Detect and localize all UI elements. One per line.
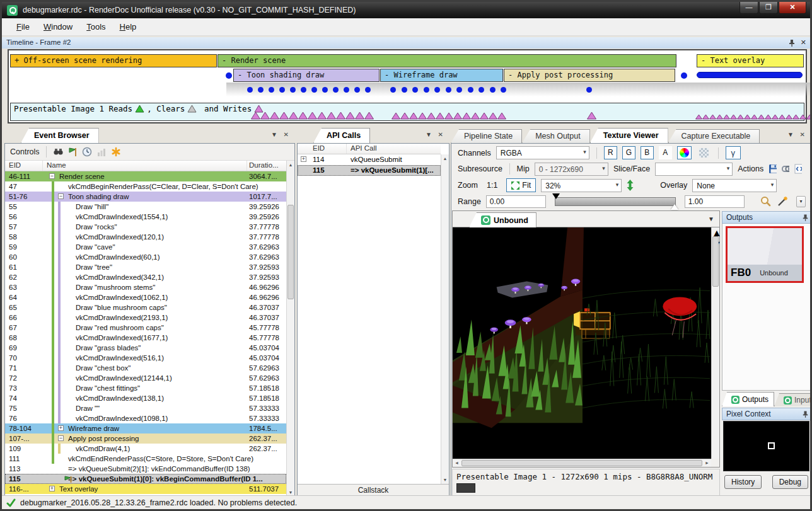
event-browser-close-icon[interactable]: ✕ [284,131,289,138]
timeline-draw-dot[interactable] [468,87,473,93]
event-row[interactable]: 47vkCmdBeginRenderPass(C=Clear, D=Clear,… [5,181,286,192]
col-api-call[interactable]: API Call [347,144,441,154]
timeline-draw-dot[interactable] [478,87,484,93]
api-calls-menu-icon[interactable]: ▼ [426,131,432,138]
event-row[interactable]: 56vkCmdDrawIndexed(1554,1)39.25926 [5,212,286,222]
timeline-draw-dot[interactable] [258,87,264,93]
tab-outputs[interactable]: Outputs [722,392,774,406]
tab-mesh-output[interactable]: Mesh Output [522,129,590,143]
event-row[interactable]: 107-...−Apply post processing262.37... [5,433,286,444]
pin-icon[interactable] [789,39,795,47]
texture-group-close-icon[interactable]: ✕ [800,131,805,138]
blue-channel-button[interactable]: B [641,146,654,159]
event-row[interactable]: 70vkCmdDrawIndexed(516,1)45.03704 [5,353,286,363]
slice-select[interactable] [655,163,733,176]
tab-api-calls[interactable]: API Calls [313,128,370,143]
timeline-draw-dot[interactable] [434,87,440,93]
timeline-draw-dot[interactable] [247,87,253,93]
close-button[interactable]: ✕ [779,2,806,14]
timeline-canvas[interactable]: Presentable Image 1 Reads , Clears and W… [8,49,807,123]
alpha-channel-button[interactable]: A [659,146,672,159]
event-row[interactable]: 78-104+Wireframe draw1784.5... [5,423,286,433]
timeline-draw-dot[interactable] [586,87,592,93]
tree-expander-icon[interactable]: + [49,486,55,491]
event-row[interactable]: 51-76−Toon shading draw1017.7... [5,192,286,202]
timeline-bar[interactable]: - Text overlay [697,54,804,67]
event-row[interactable]: 62vkCmdDrawIndexed(342,1)37.92593 [5,272,286,282]
minimize-button[interactable]: — [740,2,758,14]
scroll-up-icon[interactable]: ▲ [287,161,294,169]
timeline-draws-capsule[interactable] [697,72,803,78]
callstack-label[interactable]: Callstack [298,484,449,497]
timeline-draw-dot[interactable] [390,87,396,93]
event-row[interactable]: 74vkCmdDrawIndexed(138,1)57.18518 [5,393,286,403]
tab-capture-executable[interactable]: Capture Executable [668,129,760,143]
range-black-marker[interactable] [552,193,560,199]
range-slider[interactable] [555,197,676,206]
timeline-bar[interactable]: - Wireframe draw [380,69,503,82]
colorwheel-button[interactable] [677,146,692,159]
channels-select[interactable]: RGBA [496,146,589,159]
timeline-draw-dot[interactable] [322,87,328,93]
flip-y-icon[interactable] [627,180,634,191]
gamma-button[interactable]: γ [726,146,741,159]
menu-tools[interactable]: Tools [79,20,112,34]
menu-window[interactable]: Window [37,20,79,34]
tree-expander-icon[interactable]: − [58,193,64,199]
pin-icon[interactable] [803,411,808,418]
menu-file[interactable]: File [9,20,37,34]
timeline-draw-dot[interactable] [402,87,407,93]
scroll-down-icon[interactable]: ▼ [441,476,449,484]
texture-tab-dropdown-icon[interactable]: ▼ [708,215,714,222]
maximize-button[interactable]: ❐ [759,2,778,14]
event-row[interactable]: 115=> vkQueueSubmit(1)[0]: vkBeginComman… [5,474,286,484]
timeline-close-icon[interactable]: ✕ [801,38,806,47]
api-call-row[interactable]: 115=> vkQueueSubmit(1)[... [298,165,441,176]
code-icon[interactable] [794,164,802,174]
event-row[interactable]: 73Draw "chest fittings"57.18518 [5,383,286,393]
timeline-draw-dot[interactable] [490,87,496,93]
texture-vscrollbar[interactable]: ▲ ▼ [711,227,719,459]
texture-group-menu-icon[interactable]: ▼ [787,131,794,138]
menu-help[interactable]: Help [113,20,144,34]
timeline-draw-dot[interactable] [269,87,274,93]
range-min-input[interactable]: 0.00 [486,195,546,208]
timeline-draw-dot[interactable] [501,87,506,93]
event-row[interactable]: 71Draw "chest box"57.62963 [5,363,286,373]
scroll-thumb[interactable] [287,205,294,299]
bookmark-flag-icon[interactable] [68,147,78,157]
api-calls-close-icon[interactable]: ✕ [438,131,443,138]
autofit-magnifier-icon[interactable] [760,196,772,207]
find-event-icon[interactable] [53,147,64,157]
fit-button[interactable]: Fit [506,178,536,192]
timeline-draw-dot[interactable] [456,87,462,93]
event-row[interactable]: 76vkCmdDrawIndexed(1098,1)57.33333 [5,413,286,423]
event-row[interactable]: 57Draw "rocks"37.77778 [5,222,286,232]
event-row[interactable]: 109vkCmdDraw(4,1)262.37... [5,444,286,454]
event-row[interactable]: 68vkCmdDrawIndexed(1677,1)45.77778 [5,333,286,343]
zoom-select[interactable]: 32% [541,179,622,192]
tab-unbound[interactable]: Unbound [469,212,536,227]
timeline-draw-dot[interactable] [446,87,451,93]
fb0-thumbnail[interactable]: FB0 Unbound [726,226,804,283]
scroll-up-icon[interactable]: ▲ [441,154,449,163]
timeline-draw-dot[interactable] [311,87,317,93]
scroll-left-icon[interactable]: ◄ [453,459,461,467]
event-browser-scrollbar[interactable]: ▲ ▼ [286,161,294,497]
event-row[interactable]: 111vkCmdEndRenderPass(C=Store, D=Store, … [5,454,286,464]
red-channel-button[interactable]: R [604,146,617,159]
timeline-draw-dot[interactable] [290,87,296,93]
texture-image[interactable] [453,227,711,459]
debug-button[interactable]: Debug [772,475,808,489]
checkerboard-button[interactable] [697,146,711,159]
scroll-right-icon[interactable]: ► [703,459,711,467]
event-row[interactable]: 64vkCmdDrawIndexed(1062,1)46.96296 [5,292,286,302]
tree-expander-icon[interactable]: − [49,173,55,179]
col-duration[interactable]: Duratio... [247,161,286,171]
timeline-draw-dot[interactable] [424,87,429,93]
event-row[interactable]: 67Draw "red mushroom caps"45.77778 [5,323,286,333]
event-row[interactable]: 113=> vkQueueSubmit(2)[1]: vkEndCommandB… [5,464,286,474]
tab-texture-viewer[interactable]: Texture Viewer [590,128,668,143]
range-options-spinner[interactable]: ▾ [796,196,806,207]
timeline-marker-dot[interactable] [681,72,687,79]
